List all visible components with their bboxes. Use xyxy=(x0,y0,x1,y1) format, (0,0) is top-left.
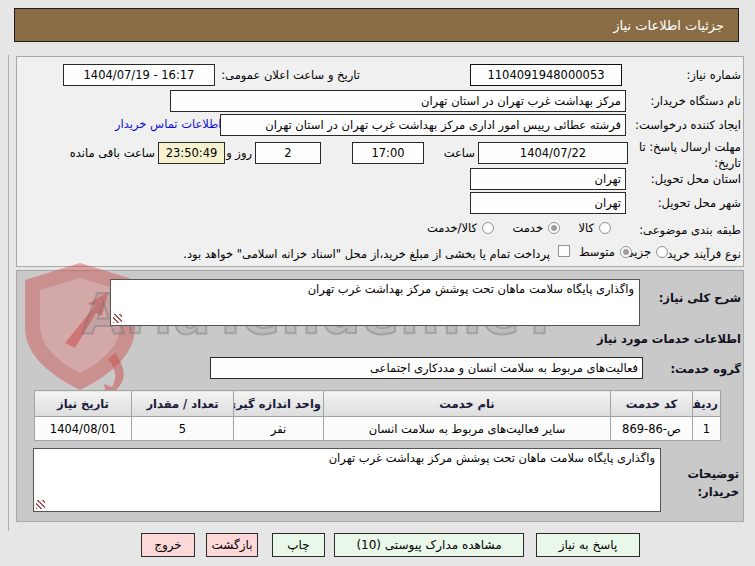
time-remaining-label: ساعت باقی مانده xyxy=(70,145,155,161)
radio-icon[interactable] xyxy=(482,222,494,234)
services-heading: اطلاعات خدمات مورد نیاز xyxy=(597,331,741,347)
service-group-value[interactable]: فعالیت‌های مربوط به سلامت انسان و مددکار… xyxy=(210,357,643,379)
need-desc-textarea[interactable]: واگذاری پایگاه سلامت ماهان تحت پوشش مرکز… xyxy=(110,279,640,326)
need-desc-label: شرح کلی نیاز: xyxy=(659,290,741,306)
print-button[interactable]: چاپ xyxy=(272,533,325,557)
cell-service-name: سایر فعالیت‌های مربوط به سلامت انسان xyxy=(324,417,611,441)
radio-option-medium[interactable]: متوسط xyxy=(579,244,632,260)
cell-unit: نفر xyxy=(234,417,324,441)
creator-value[interactable]: فرشته عطائی رییس امور اداری مرکز بهداشت … xyxy=(220,114,626,136)
resize-grip-icon[interactable] xyxy=(113,314,122,323)
delivery-province-value[interactable]: تهران xyxy=(470,168,626,190)
radio-option-service[interactable]: خدمت xyxy=(512,220,560,236)
resize-grip-icon[interactable] xyxy=(36,500,45,509)
col-service-code: کد خدمت xyxy=(611,391,693,417)
cell-need-date: 1404/08/01 xyxy=(35,417,132,441)
subject-class-label: طبقه بندی موضوعی: xyxy=(639,222,741,238)
process-type-label: نوع فرآیند خرید : xyxy=(660,246,741,262)
cell-service-code: ص-86-869 xyxy=(611,417,693,441)
deadline-label: مهلت ارسال پاسخ: تا تاریخ: xyxy=(623,139,741,171)
radio-option-goods-service[interactable]: کالا/خدمت xyxy=(427,220,494,236)
reply-to-need-button[interactable]: پاسخ به نیاز xyxy=(536,533,640,557)
radio-checked-icon[interactable] xyxy=(548,222,560,234)
hour-label: ساعت xyxy=(444,145,475,161)
buyer-notes-label: توضیحات خریدار: xyxy=(669,465,739,501)
need-details-page: جزئیات اطلاعات نیاز شماره نیاز: 11040919… xyxy=(0,0,755,566)
col-service-name: نام خدمت xyxy=(324,391,611,417)
treasury-note: پرداخت تمام یا بخشی از مبلغ خرید،از محل … xyxy=(183,246,550,262)
delivery-province-label: استان محل تحویل: xyxy=(651,171,741,187)
radio-checked-icon[interactable] xyxy=(620,246,632,258)
col-need-date: تاریخ نیاز xyxy=(35,391,132,417)
exit-button[interactable]: خروج xyxy=(141,533,195,557)
col-unit: واحد اندازه گیری xyxy=(234,391,324,417)
announce-datetime-label: تاریخ و ساعت اعلان عمومی: xyxy=(221,67,360,83)
col-quantity: تعداد / مقدار xyxy=(132,391,234,417)
table-header-row: ردیف کد خدمت نام خدمت واحد اندازه گیری ت… xyxy=(35,391,721,417)
days-remaining-value[interactable]: 2 xyxy=(255,142,321,164)
treasury-checkbox[interactable] xyxy=(558,245,570,257)
deadline-date-value[interactable]: 1404/07/22 xyxy=(478,142,628,164)
radio-option-goods[interactable]: کالا xyxy=(578,220,611,236)
view-attachments-button[interactable]: مشاهده مدارک پیوستی (10) xyxy=(334,533,524,557)
radio-label: کالا/خدمت xyxy=(427,220,477,236)
need-desc-text: واگذاری پایگاه سلامت ماهان تحت پوشش مرکز… xyxy=(308,282,634,296)
frame-divider xyxy=(8,55,9,531)
need-no-label: شماره نیاز: xyxy=(686,67,741,83)
announce-datetime-value[interactable]: 1404/07/19 - 16:17 xyxy=(63,64,215,86)
time-remaining-value: 23:50:49 xyxy=(158,142,225,164)
back-button[interactable]: بازگشت xyxy=(206,533,258,557)
service-group-label: گروه خدمت: xyxy=(670,361,741,377)
col-row-no: ردیف xyxy=(693,391,721,417)
deadline-time-value[interactable]: 17:00 xyxy=(352,142,424,164)
days-label: روز و xyxy=(226,145,252,161)
cell-row-no: 1 xyxy=(693,417,721,441)
radio-label: خدمت xyxy=(512,220,543,236)
buyer-contact-link[interactable]: اطلاعات تماس خریدار xyxy=(115,117,222,131)
page-title: جزئیات اطلاعات نیاز xyxy=(14,8,739,42)
radio-label: کالا xyxy=(578,220,594,236)
creator-label: ایجاد کننده درخواست: xyxy=(635,117,741,133)
buyer-org-label: نام دستگاه خریدار: xyxy=(650,93,741,109)
buyer-notes-text: واگذاری پایگاه سلامت ماهان تحت پوشش مرکز… xyxy=(329,451,655,465)
buyer-org-value[interactable]: مرکز بهداشت غرب تهران در استان تهران xyxy=(170,90,626,112)
need-no-value[interactable]: 1104091948000053 xyxy=(470,64,622,86)
radio-icon[interactable] xyxy=(656,246,668,258)
radio-label: متوسط xyxy=(579,244,615,260)
delivery-city-label: شهر محل تحویل: xyxy=(658,195,741,211)
buyer-notes-textarea[interactable]: واگذاری پایگاه سلامت ماهان تحت پوشش مرکز… xyxy=(33,448,661,512)
delivery-city-value[interactable]: تهران xyxy=(470,192,626,214)
cell-quantity: 5 xyxy=(132,417,234,441)
table-row: 1 ص-86-869 سایر فعالیت‌های مربوط به سلام… xyxy=(35,417,721,441)
services-table: ردیف کد خدمت نام خدمت واحد اندازه گیری ت… xyxy=(34,390,721,441)
radio-icon[interactable] xyxy=(599,222,611,234)
